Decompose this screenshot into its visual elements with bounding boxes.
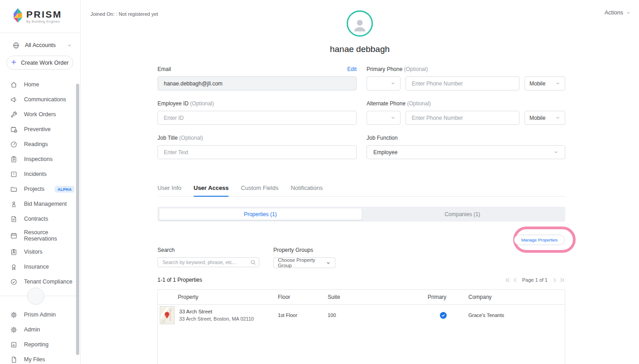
sidebar-item-visitors[interactable]: Visitors	[0, 245, 80, 260]
tab-custom-fields[interactable]: Custom Fields	[241, 184, 278, 197]
page-indicator: Page 1 of 1	[522, 277, 548, 283]
segment-companies[interactable]: Companies (1)	[362, 208, 564, 220]
primary-phone-type-select[interactable]: Mobile	[525, 76, 565, 90]
manage-properties-button[interactable]: Manage Properties	[514, 235, 565, 245]
segment-properties[interactable]: Properties (1)	[159, 208, 362, 220]
tab-user-access[interactable]: User Access	[194, 184, 229, 197]
megaphone-icon	[10, 96, 18, 104]
gauge-icon	[10, 141, 18, 149]
clipboard-icon	[10, 156, 18, 164]
sidebar-item-communications[interactable]: Communications	[0, 92, 80, 107]
sidebar-item-preventive[interactable]: Preventive	[0, 122, 80, 137]
brand-logo[interactable]: PRISM By Building Engines	[0, 0, 80, 33]
property-groups-group: Property Groups Choose Property Group	[273, 247, 335, 268]
calendar-icon	[10, 232, 18, 240]
sidebar-item-projects[interactable]: Projects ALPHA	[0, 182, 80, 197]
search-label: Search	[157, 247, 259, 253]
account-switcher[interactable]: All Accounts	[12, 41, 80, 49]
sidebar-item-home[interactable]: Home	[0, 77, 80, 92]
create-work-order-button[interactable]: Create Work Order	[6, 56, 73, 70]
sidebar-item-resource-reservations[interactable]: Resource Reservations	[0, 227, 80, 245]
plus-icon	[11, 59, 17, 66]
file-icon	[10, 356, 18, 364]
alternate-phone-type-select[interactable]: Mobile	[525, 111, 565, 125]
sidebar-item-incidents[interactable]: Incidents	[0, 167, 80, 182]
results-row: 1-1 of 1 Properties Page 1 of 1	[157, 276, 565, 284]
primary-phone-field[interactable]	[405, 76, 520, 90]
gear-icon	[10, 326, 18, 334]
tab-notifications[interactable]: Notifications	[291, 184, 323, 197]
previous-page-icon[interactable]	[512, 276, 519, 284]
sidebar-collapse-handle[interactable]	[27, 288, 44, 305]
column-suite: Suite	[328, 294, 428, 300]
cell-suite: 100	[328, 312, 428, 318]
content-column: Email Edit Employee ID (Optional) Job Ti…	[157, 66, 565, 364]
primary-phone-country-select[interactable]	[367, 76, 401, 90]
cell-company: Grace's Tenants	[468, 312, 565, 318]
chevron-down-icon	[326, 260, 331, 265]
sidebar-item-my-files[interactable]: My Files	[0, 352, 80, 364]
primary-check-icon	[440, 312, 447, 319]
sidebar-item-insurance[interactable]: Insurance	[0, 260, 80, 274]
table-header: Property Floor Suite Primary Company	[158, 290, 565, 305]
search-input[interactable]	[157, 257, 259, 267]
joined-on-text: Joined On: : Not registered yet	[91, 11, 158, 17]
app-root: PRISM By Building Engines All Accounts	[0, 0, 639, 364]
cell-floor: 1st Floor	[278, 312, 328, 318]
account-switcher-label: All Accounts	[25, 42, 56, 48]
chevron-down-icon	[391, 115, 396, 120]
sidebar-item-readings[interactable]: Readings	[0, 137, 80, 152]
sidebar-item-admin[interactable]: Admin	[0, 322, 80, 337]
gear-icon	[10, 311, 18, 319]
globe-icon	[12, 41, 20, 49]
profile-tabs: User Info User Access Custom Fields Noti…	[157, 184, 565, 197]
user-form: Email Edit Employee ID (Optional) Job Ti…	[157, 66, 565, 169]
property-address: 33 Arch Street, Boston, MA 02110	[179, 316, 254, 321]
sidebar-item-prism-admin[interactable]: Prism Admin	[0, 307, 80, 322]
column-primary: Primary	[428, 294, 468, 300]
sidebar-item-inspections[interactable]: Inspections	[0, 152, 80, 167]
first-page-icon[interactable]	[505, 276, 512, 284]
sidebar-scrollbar[interactable]	[76, 84, 79, 355]
employee-id-field[interactable]	[157, 111, 357, 125]
job-title-field[interactable]	[157, 145, 357, 159]
job-function-group: Job Function Employee	[367, 135, 565, 159]
property-name: 33 Arch Street	[179, 309, 254, 314]
sidebar-item-work-orders[interactable]: Work Orders	[0, 107, 80, 122]
alert-icon	[10, 170, 18, 179]
sidebar-item-contracts[interactable]: Contracts	[0, 212, 80, 227]
chevron-down-icon	[67, 43, 72, 48]
manage-properties-row: Manage Properties	[157, 222, 565, 244]
actions-menu[interactable]: Actions	[605, 9, 631, 16]
actions-label: Actions	[605, 9, 623, 16]
avatar[interactable]	[347, 10, 373, 37]
email-group: Email Edit	[157, 66, 357, 90]
last-page-icon[interactable]	[558, 276, 565, 284]
job-title-label: Job Title	[157, 135, 178, 141]
badge-icon	[10, 248, 18, 256]
table-row[interactable]: 33 Arch Street 33 Arch Street, Boston, M…	[158, 305, 565, 326]
sidebar-item-tenant-compliance[interactable]: Tenant Compliance	[0, 274, 80, 289]
alternate-phone-field[interactable]	[405, 111, 520, 125]
calendar-clock-icon	[10, 126, 18, 134]
alternate-phone-group: Alternate Phone (Optional) Mobile	[367, 100, 565, 125]
email-field[interactable]	[157, 76, 357, 90]
folder-icon	[10, 185, 18, 194]
chevron-down-icon	[626, 10, 631, 15]
sidebar-nav: Home Communications Work Orders Preventi…	[0, 77, 80, 289]
column-floor: Floor	[278, 294, 328, 300]
employee-id-group: Employee ID (Optional)	[157, 100, 357, 125]
job-function-select[interactable]: Employee	[367, 145, 565, 159]
property-group-select[interactable]: Choose Property Group	[273, 257, 335, 268]
search-group: Search	[157, 247, 259, 268]
email-edit-link[interactable]: Edit	[347, 66, 357, 72]
chevron-down-icon	[391, 81, 396, 86]
next-page-icon[interactable]	[551, 276, 558, 284]
sidebar-item-reporting[interactable]: Reporting	[0, 337, 80, 352]
brand-name: PRISM	[26, 9, 62, 19]
page-title: hanae debbagh	[81, 44, 639, 54]
alternate-phone-country-select[interactable]	[367, 111, 401, 125]
tab-user-info[interactable]: User Info	[157, 184, 181, 197]
sidebar-item-bid-management[interactable]: Bid Management	[0, 197, 80, 212]
property-groups-label: Property Groups	[273, 247, 335, 253]
